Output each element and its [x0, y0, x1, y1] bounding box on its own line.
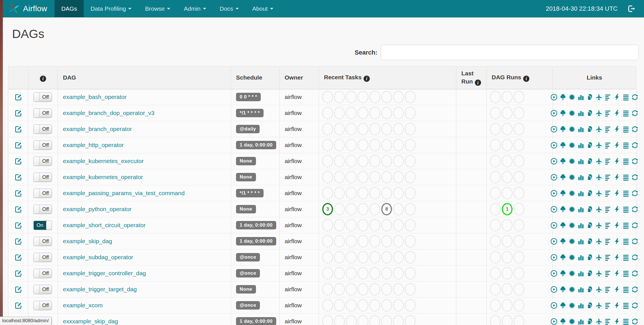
col-header-dag[interactable]: DAG — [58, 67, 231, 89]
trigger-dag-icon[interactable] — [550, 126, 557, 133]
tasks-duration-icon[interactable] — [577, 94, 584, 101]
landing-times-icon[interactable] — [595, 190, 602, 197]
edit-dag-icon[interactable] — [15, 141, 22, 149]
refresh-icon[interactable] — [631, 238, 638, 245]
state-circle-queued[interactable]: 8 — [381, 203, 392, 215]
trigger-dag-icon[interactable] — [550, 206, 557, 213]
tasks-duration-icon[interactable] — [577, 222, 584, 229]
pause-toggle[interactable]: Off — [33, 269, 52, 278]
task-tries-icon[interactable] — [586, 158, 593, 165]
tree-view-icon[interactable] — [559, 142, 566, 149]
tasks-duration-icon[interactable] — [577, 158, 584, 165]
graph-view-icon[interactable] — [568, 270, 575, 277]
nav-item-data-profiling[interactable]: Data Profiling — [84, 0, 138, 17]
logs-icon[interactable] — [622, 318, 629, 325]
refresh-icon[interactable] — [631, 174, 638, 181]
trigger-dag-icon[interactable] — [550, 142, 557, 149]
refresh-icon[interactable] — [631, 254, 638, 261]
logs-icon[interactable] — [622, 174, 629, 181]
gantt-view-icon[interactable] — [604, 142, 611, 149]
code-view-icon[interactable] — [613, 190, 620, 197]
trigger-dag-icon[interactable] — [550, 286, 557, 293]
tasks-duration-icon[interactable] — [577, 302, 584, 309]
trigger-dag-icon[interactable] — [550, 174, 557, 181]
logs-icon[interactable] — [622, 286, 629, 293]
pause-toggle[interactable]: Off — [33, 205, 52, 214]
graph-view-icon[interactable] — [568, 318, 575, 325]
edit-dag-icon[interactable] — [15, 93, 22, 101]
trigger-dag-icon[interactable] — [550, 238, 557, 245]
gantt-view-icon[interactable] — [604, 302, 611, 309]
graph-view-icon[interactable] — [568, 286, 575, 293]
dag-link[interactable]: example_kubernetes_executor — [63, 158, 144, 164]
tree-view-icon[interactable] — [559, 222, 566, 229]
logs-icon[interactable] — [622, 94, 629, 101]
pause-toggle[interactable]: Off — [33, 189, 52, 198]
trigger-dag-icon[interactable] — [550, 302, 557, 309]
tree-view-icon[interactable] — [559, 174, 566, 181]
logs-icon[interactable] — [622, 238, 629, 245]
pause-toggle[interactable]: Off — [33, 157, 52, 166]
graph-view-icon[interactable] — [568, 238, 575, 245]
gantt-view-icon[interactable] — [604, 158, 611, 165]
tree-view-icon[interactable] — [559, 254, 566, 261]
graph-view-icon[interactable] — [568, 142, 575, 149]
refresh-icon[interactable] — [631, 318, 638, 325]
gantt-view-icon[interactable] — [604, 270, 611, 277]
tree-view-icon[interactable] — [559, 286, 566, 293]
gantt-view-icon[interactable] — [604, 286, 611, 293]
edit-dag-icon[interactable] — [15, 206, 22, 213]
landing-times-icon[interactable] — [595, 158, 602, 165]
pause-toggle[interactable]: Off — [33, 141, 52, 150]
task-tries-icon[interactable] — [586, 94, 593, 101]
tree-view-icon[interactable] — [559, 318, 566, 325]
col-header-schedule[interactable]: Schedule — [231, 67, 280, 89]
tree-view-icon[interactable] — [559, 190, 566, 197]
dag-link[interactable]: example_xcom — [63, 302, 103, 309]
task-tries-icon[interactable] — [586, 126, 593, 133]
pause-toggle[interactable]: Off — [33, 285, 52, 294]
nav-item-docs[interactable]: Docs — [213, 0, 246, 17]
graph-view-icon[interactable] — [568, 126, 575, 133]
code-view-icon[interactable] — [613, 238, 620, 245]
edit-dag-icon[interactable] — [15, 222, 22, 229]
tree-view-icon[interactable] — [559, 302, 566, 309]
logs-icon[interactable] — [622, 158, 629, 165]
landing-times-icon[interactable] — [595, 126, 602, 133]
refresh-icon[interactable] — [631, 206, 638, 213]
refresh-icon[interactable] — [631, 110, 638, 117]
trigger-dag-icon[interactable] — [550, 254, 557, 261]
code-view-icon[interactable] — [613, 158, 620, 165]
code-view-icon[interactable] — [613, 174, 620, 181]
logs-icon[interactable] — [622, 142, 629, 149]
gantt-view-icon[interactable] — [604, 174, 611, 181]
edit-dag-icon[interactable] — [15, 302, 22, 309]
dag-link[interactable]: example_python_operator — [63, 206, 131, 213]
gantt-view-icon[interactable] — [604, 190, 611, 197]
dag-link[interactable]: example_branch_operator — [63, 126, 132, 132]
gantt-view-icon[interactable] — [604, 318, 611, 325]
landing-times-icon[interactable] — [595, 318, 602, 325]
task-tries-icon[interactable] — [586, 174, 593, 181]
tree-view-icon[interactable] — [559, 94, 566, 101]
trigger-dag-icon[interactable] — [550, 190, 557, 197]
graph-view-icon[interactable] — [568, 94, 575, 101]
task-tries-icon[interactable] — [586, 318, 593, 325]
dag-link[interactable]: example_branch_dop_operator_v3 — [63, 110, 155, 116]
tasks-duration-icon[interactable] — [577, 270, 584, 277]
code-view-icon[interactable] — [613, 270, 620, 277]
refresh-icon[interactable] — [631, 222, 638, 229]
tree-view-icon[interactable] — [559, 270, 566, 277]
dag-link[interactable]: example_short_circuit_operator — [63, 222, 146, 229]
logs-icon[interactable] — [622, 126, 629, 133]
code-view-icon[interactable] — [613, 286, 620, 293]
dag-link[interactable]: example_passing_params_via_test_command — [63, 190, 185, 197]
brand[interactable]: Airflow — [3, 0, 55, 17]
tasks-duration-icon[interactable] — [577, 110, 584, 117]
logout-icon[interactable] — [627, 4, 636, 13]
tasks-duration-icon[interactable] — [577, 174, 584, 181]
dag-link[interactable]: example_kubernetes_operator — [63, 174, 143, 180]
task-tries-icon[interactable] — [586, 238, 593, 245]
tasks-duration-icon[interactable] — [577, 142, 584, 149]
tree-view-icon[interactable] — [559, 126, 566, 133]
